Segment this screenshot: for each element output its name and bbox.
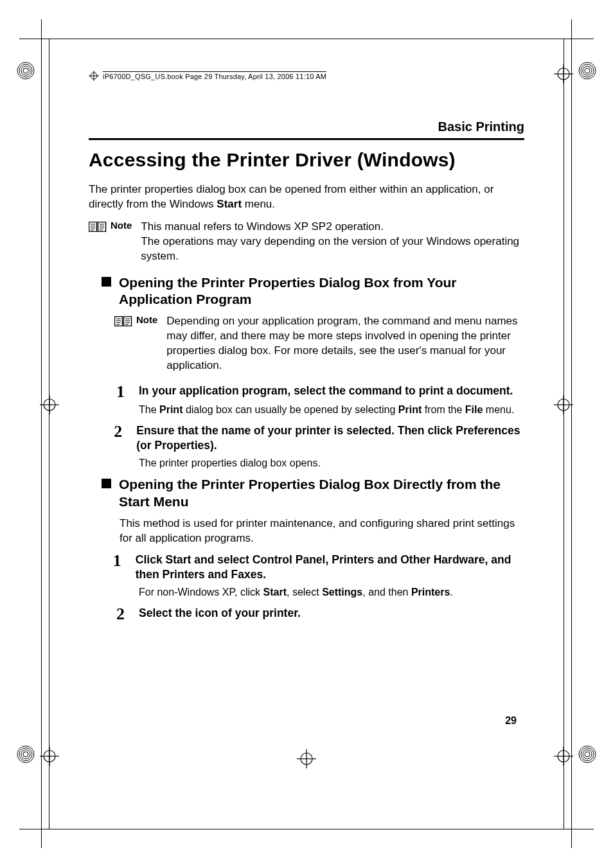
square-bullet-icon (102, 479, 111, 488)
note-block: Note Depending on your application progr… (114, 314, 524, 373)
running-head-text: iP6700D_QSG_US.book Page 29 Thursday, Ap… (103, 71, 326, 80)
intro-bold: Start (217, 198, 242, 210)
note-label-text: Note (136, 314, 157, 325)
registration-mark-icon (297, 749, 316, 768)
crop-rule-vertical (564, 39, 564, 829)
crop-rule-vertical (41, 19, 42, 848)
subsection-heading: Opening the Printer Properties Dialog Bo… (119, 274, 524, 308)
subsection-heading: Opening the Printer Properties Dialog Bo… (119, 476, 524, 510)
step-subtext: For non-Windows XP, click Start, select … (139, 585, 524, 599)
registration-mark-icon (554, 395, 573, 414)
svg-point-24 (585, 752, 590, 757)
subsection-intro: This method is used for printer maintena… (120, 517, 524, 546)
note-icon (89, 222, 107, 232)
intro-text: The printer properties dialog box can be… (89, 183, 493, 210)
note-body: This manual refers to Windows XP SP2 ope… (141, 220, 524, 264)
registration-mark-icon (554, 747, 573, 766)
crop-rule-vertical (49, 39, 49, 829)
svg-point-17 (17, 746, 34, 763)
registration-mark-icon (40, 747, 59, 766)
page-number: 29 (505, 715, 517, 727)
intro-paragraph: The printer properties dialog box can be… (89, 182, 524, 212)
step: 2 Ensure that the name of your printer i… (111, 423, 524, 454)
page-title: Accessing the Printer Driver (Windows) (89, 149, 524, 171)
crop-rule-horizontal (19, 829, 594, 829)
square-bullet-icon (102, 277, 111, 287)
page-content: iP6700D_QSG_US.book Page 29 Thursday, Ap… (89, 71, 524, 740)
svg-point-3 (23, 68, 28, 73)
svg-point-21 (579, 746, 596, 763)
svg-point-23 (583, 750, 592, 759)
registration-mark-icon (40, 395, 59, 414)
step: 1 In your application program, select th… (111, 384, 524, 400)
svg-point-0 (17, 62, 34, 79)
svg-point-10 (579, 62, 596, 79)
step-text: In your application program, select the … (139, 384, 513, 399)
svg-point-20 (23, 752, 28, 757)
note-label: Note (114, 314, 157, 373)
subsection-heading-row: Opening the Printer Properties Dialog Bo… (102, 274, 524, 308)
step: 2 Select the icon of your printer. (111, 606, 524, 623)
crop-spiral-icon (17, 745, 35, 763)
note-label: Note (89, 220, 132, 264)
step-text: Select the icon of your printer. (139, 606, 301, 621)
step-number: 2 (111, 423, 122, 440)
subsection-heading-row: Opening the Printer Properties Dialog Bo… (102, 476, 524, 510)
crop-spiral-icon (578, 745, 596, 763)
step-subtext: The printer properties dialog box opens. (139, 456, 524, 470)
note-label-text: Note (111, 220, 132, 231)
step-number: 1 (111, 384, 125, 400)
note-body: Depending on your application program, t… (166, 314, 524, 373)
crop-rule-horizontal (19, 39, 594, 39)
crop-rule-vertical (571, 19, 572, 848)
registration-mark-icon (89, 71, 99, 81)
crop-spiral-icon (17, 62, 35, 80)
registration-mark-icon (554, 64, 573, 84)
step-number: 1 (111, 553, 121, 569)
step-text: Click Start and select Control Panel, Pr… (136, 553, 524, 583)
step-subtext: The Print dialog box can usually be open… (139, 403, 524, 417)
step-number: 2 (111, 606, 125, 623)
section-name: Basic Printing (89, 120, 524, 138)
running-head: iP6700D_QSG_US.book Page 29 Thursday, Ap… (89, 71, 524, 81)
note-icon (114, 316, 132, 326)
step-text: Ensure that the name of your printer is … (136, 423, 524, 454)
svg-point-12 (583, 66, 592, 75)
svg-point-2 (21, 66, 30, 75)
step: 1 Click Start and select Control Panel, … (111, 553, 524, 583)
intro-text: menu. (242, 198, 275, 210)
section-rule (89, 138, 524, 140)
note-block: Note This manual refers to Windows XP SP… (89, 220, 524, 264)
svg-point-19 (21, 750, 30, 759)
crop-spiral-icon (578, 62, 596, 80)
svg-point-13 (585, 68, 590, 73)
